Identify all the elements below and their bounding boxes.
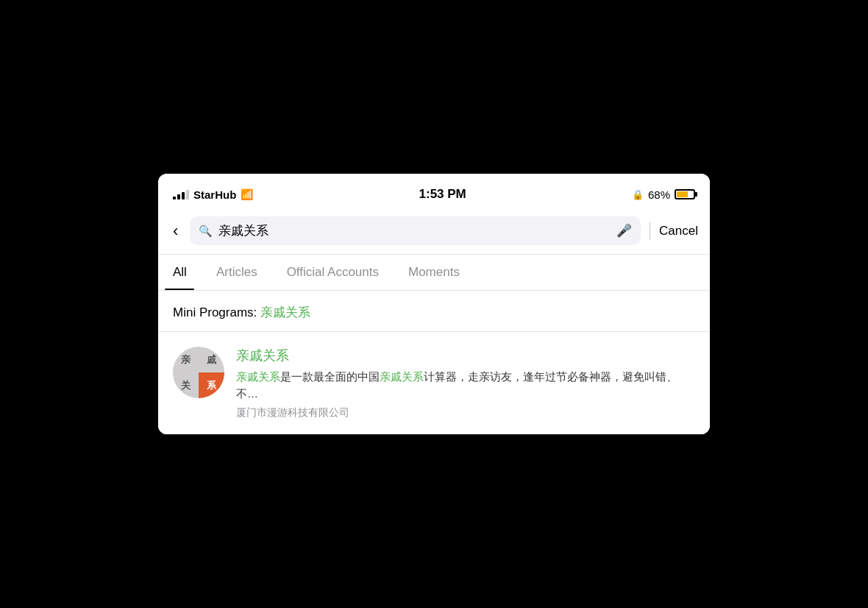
icon-q1: 亲 (173, 347, 199, 372)
tabs-bar: All Articles Official Accounts Moments (158, 255, 710, 291)
icon-q4: 系 (199, 372, 224, 398)
mini-programs-header: Mini Programs: 亲戚关系 (158, 291, 710, 332)
battery-percent: 68% (648, 188, 670, 201)
status-left: StarHub 📶 (173, 188, 253, 201)
status-right: 🔒 68% (632, 188, 695, 201)
icon-q3: 关 (173, 372, 199, 398)
mini-programs-query-link[interactable]: 亲戚关系 (260, 305, 310, 319)
status-time: 1:53 PM (419, 187, 466, 202)
result-company: 厦门市漫游科技有限公司 (236, 406, 695, 420)
result-text: 亲戚关系 亲戚关系是一款最全面的中国亲戚关系计算器，走亲访友，逢年过节必备神器，… (236, 347, 695, 420)
search-input-container[interactable]: 🔍 亲戚关系 🎤 (190, 216, 641, 245)
signal-icon (173, 189, 189, 199)
result-description: 亲戚关系是一款最全面的中国亲戚关系计算器，走亲访友，逢年过节必备神器，避免叫错、… (236, 369, 695, 402)
app-icon: 亲 戚 关 系 (173, 347, 224, 398)
content-area: Mini Programs: 亲戚关系 亲 戚 关 系 亲 (158, 291, 710, 434)
cancel-button[interactable]: Cancel (659, 224, 698, 238)
wifi-icon: 📶 (241, 188, 253, 200)
lock-icon: 🔒 (632, 189, 644, 200)
back-button[interactable]: ‹ (170, 219, 181, 244)
status-bar: StarHub 📶 1:53 PM 🔒 68% (158, 174, 710, 211)
result-item[interactable]: 亲 戚 关 系 亲戚关系 亲戚关系是一款最全面的中国亲戚关系计算器，走亲访友，逢… (158, 332, 710, 434)
search-bar: ‹ 🔍 亲戚关系 🎤 Cancel (158, 211, 710, 255)
tab-articles[interactable]: Articles (202, 255, 272, 290)
divider (650, 222, 650, 240)
phone-frame: StarHub 📶 1:53 PM 🔒 68% ‹ 🔍 亲戚关系 🎤 Cance… (158, 174, 710, 434)
result-title: 亲戚关系 (236, 347, 695, 364)
search-query: 亲戚关系 (218, 222, 611, 239)
battery-icon (675, 189, 695, 199)
carrier-name: StarHub (193, 188, 236, 201)
mini-programs-label: Mini Programs: (173, 305, 257, 319)
tab-official-accounts[interactable]: Official Accounts (272, 255, 394, 290)
search-icon: 🔍 (199, 225, 213, 238)
tab-all[interactable]: All (158, 255, 202, 290)
tab-moments[interactable]: Moments (394, 255, 474, 290)
microphone-icon[interactable]: 🎤 (616, 223, 632, 238)
icon-q2: 戚 (199, 347, 224, 372)
